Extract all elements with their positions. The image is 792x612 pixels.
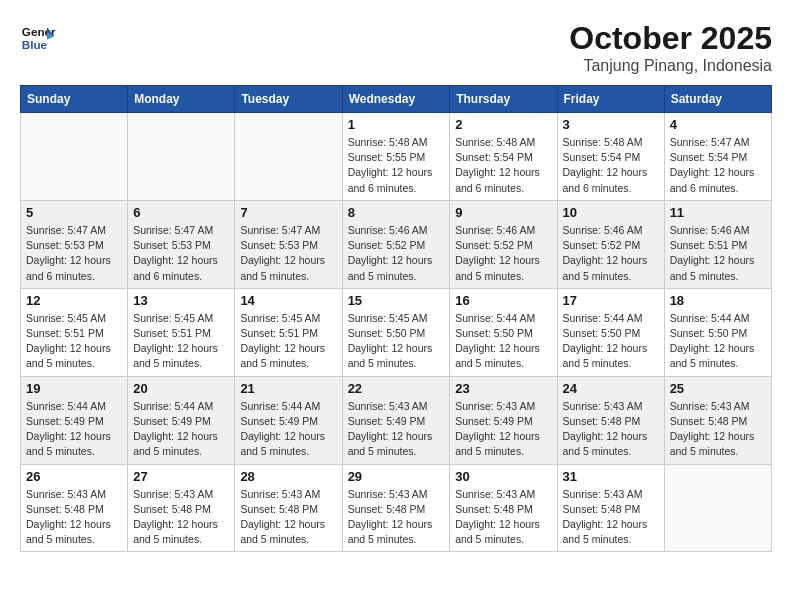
- calendar-cell: 20Sunrise: 5:44 AM Sunset: 5:49 PM Dayli…: [128, 376, 235, 464]
- day-info: Sunrise: 5:47 AM Sunset: 5:53 PM Dayligh…: [133, 223, 229, 284]
- calendar-cell: 27Sunrise: 5:43 AM Sunset: 5:48 PM Dayli…: [128, 464, 235, 552]
- day-info: Sunrise: 5:46 AM Sunset: 5:52 PM Dayligh…: [563, 223, 659, 284]
- day-info: Sunrise: 5:43 AM Sunset: 5:48 PM Dayligh…: [133, 487, 229, 548]
- calendar-cell: 10Sunrise: 5:46 AM Sunset: 5:52 PM Dayli…: [557, 200, 664, 288]
- week-row-3: 12Sunrise: 5:45 AM Sunset: 5:51 PM Dayli…: [21, 288, 772, 376]
- calendar-cell: 6Sunrise: 5:47 AM Sunset: 5:53 PM Daylig…: [128, 200, 235, 288]
- month-title: October 2025: [569, 20, 772, 57]
- day-info: Sunrise: 5:46 AM Sunset: 5:52 PM Dayligh…: [455, 223, 551, 284]
- week-row-4: 19Sunrise: 5:44 AM Sunset: 5:49 PM Dayli…: [21, 376, 772, 464]
- day-info: Sunrise: 5:43 AM Sunset: 5:48 PM Dayligh…: [455, 487, 551, 548]
- calendar-cell: [128, 113, 235, 201]
- title-block: October 2025 Tanjung Pinang, Indonesia: [569, 20, 772, 75]
- weekday-header-friday: Friday: [557, 86, 664, 113]
- calendar-cell: 12Sunrise: 5:45 AM Sunset: 5:51 PM Dayli…: [21, 288, 128, 376]
- day-number: 5: [26, 205, 122, 220]
- calendar-cell: 18Sunrise: 5:44 AM Sunset: 5:50 PM Dayli…: [664, 288, 771, 376]
- day-info: Sunrise: 5:44 AM Sunset: 5:49 PM Dayligh…: [26, 399, 122, 460]
- calendar-cell: 8Sunrise: 5:46 AM Sunset: 5:52 PM Daylig…: [342, 200, 450, 288]
- day-number: 25: [670, 381, 766, 396]
- weekday-header-row: SundayMondayTuesdayWednesdayThursdayFrid…: [21, 86, 772, 113]
- calendar-cell: 14Sunrise: 5:45 AM Sunset: 5:51 PM Dayli…: [235, 288, 342, 376]
- week-row-5: 26Sunrise: 5:43 AM Sunset: 5:48 PM Dayli…: [21, 464, 772, 552]
- day-info: Sunrise: 5:45 AM Sunset: 5:51 PM Dayligh…: [240, 311, 336, 372]
- day-number: 24: [563, 381, 659, 396]
- logo: General Blue: [20, 20, 56, 56]
- calendar-cell: 3Sunrise: 5:48 AM Sunset: 5:54 PM Daylig…: [557, 113, 664, 201]
- day-number: 19: [26, 381, 122, 396]
- calendar-cell: 13Sunrise: 5:45 AM Sunset: 5:51 PM Dayli…: [128, 288, 235, 376]
- day-number: 8: [348, 205, 445, 220]
- calendar-cell: 4Sunrise: 5:47 AM Sunset: 5:54 PM Daylig…: [664, 113, 771, 201]
- day-info: Sunrise: 5:43 AM Sunset: 5:49 PM Dayligh…: [455, 399, 551, 460]
- day-info: Sunrise: 5:47 AM Sunset: 5:54 PM Dayligh…: [670, 135, 766, 196]
- calendar-cell: 5Sunrise: 5:47 AM Sunset: 5:53 PM Daylig…: [21, 200, 128, 288]
- calendar-cell: 7Sunrise: 5:47 AM Sunset: 5:53 PM Daylig…: [235, 200, 342, 288]
- day-number: 16: [455, 293, 551, 308]
- day-number: 9: [455, 205, 551, 220]
- day-info: Sunrise: 5:48 AM Sunset: 5:54 PM Dayligh…: [563, 135, 659, 196]
- day-number: 23: [455, 381, 551, 396]
- day-info: Sunrise: 5:44 AM Sunset: 5:50 PM Dayligh…: [563, 311, 659, 372]
- calendar-cell: [664, 464, 771, 552]
- day-number: 28: [240, 469, 336, 484]
- weekday-header-thursday: Thursday: [450, 86, 557, 113]
- calendar-cell: [21, 113, 128, 201]
- day-info: Sunrise: 5:44 AM Sunset: 5:50 PM Dayligh…: [670, 311, 766, 372]
- calendar-cell: [235, 113, 342, 201]
- calendar-body: 1Sunrise: 5:48 AM Sunset: 5:55 PM Daylig…: [21, 113, 772, 552]
- weekday-header-sunday: Sunday: [21, 86, 128, 113]
- calendar-cell: 19Sunrise: 5:44 AM Sunset: 5:49 PM Dayli…: [21, 376, 128, 464]
- week-row-1: 1Sunrise: 5:48 AM Sunset: 5:55 PM Daylig…: [21, 113, 772, 201]
- day-number: 10: [563, 205, 659, 220]
- day-number: 7: [240, 205, 336, 220]
- week-row-2: 5Sunrise: 5:47 AM Sunset: 5:53 PM Daylig…: [21, 200, 772, 288]
- day-number: 4: [670, 117, 766, 132]
- day-info: Sunrise: 5:45 AM Sunset: 5:51 PM Dayligh…: [26, 311, 122, 372]
- day-number: 30: [455, 469, 551, 484]
- calendar-cell: 31Sunrise: 5:43 AM Sunset: 5:48 PM Dayli…: [557, 464, 664, 552]
- calendar-cell: 22Sunrise: 5:43 AM Sunset: 5:49 PM Dayli…: [342, 376, 450, 464]
- calendar-cell: 26Sunrise: 5:43 AM Sunset: 5:48 PM Dayli…: [21, 464, 128, 552]
- day-number: 27: [133, 469, 229, 484]
- svg-text:Blue: Blue: [22, 38, 48, 51]
- calendar-cell: 2Sunrise: 5:48 AM Sunset: 5:54 PM Daylig…: [450, 113, 557, 201]
- page-header: General Blue October 2025 Tanjung Pinang…: [20, 20, 772, 75]
- day-info: Sunrise: 5:44 AM Sunset: 5:49 PM Dayligh…: [240, 399, 336, 460]
- day-number: 12: [26, 293, 122, 308]
- day-info: Sunrise: 5:43 AM Sunset: 5:48 PM Dayligh…: [240, 487, 336, 548]
- calendar-cell: 24Sunrise: 5:43 AM Sunset: 5:48 PM Dayli…: [557, 376, 664, 464]
- day-number: 11: [670, 205, 766, 220]
- day-number: 31: [563, 469, 659, 484]
- calendar-cell: 23Sunrise: 5:43 AM Sunset: 5:49 PM Dayli…: [450, 376, 557, 464]
- calendar-cell: 11Sunrise: 5:46 AM Sunset: 5:51 PM Dayli…: [664, 200, 771, 288]
- day-number: 1: [348, 117, 445, 132]
- calendar-cell: 21Sunrise: 5:44 AM Sunset: 5:49 PM Dayli…: [235, 376, 342, 464]
- day-number: 3: [563, 117, 659, 132]
- calendar-cell: 9Sunrise: 5:46 AM Sunset: 5:52 PM Daylig…: [450, 200, 557, 288]
- location-title: Tanjung Pinang, Indonesia: [569, 57, 772, 75]
- day-number: 21: [240, 381, 336, 396]
- calendar-cell: 25Sunrise: 5:43 AM Sunset: 5:48 PM Dayli…: [664, 376, 771, 464]
- day-info: Sunrise: 5:44 AM Sunset: 5:49 PM Dayligh…: [133, 399, 229, 460]
- day-number: 14: [240, 293, 336, 308]
- day-info: Sunrise: 5:43 AM Sunset: 5:48 PM Dayligh…: [26, 487, 122, 548]
- day-info: Sunrise: 5:46 AM Sunset: 5:52 PM Dayligh…: [348, 223, 445, 284]
- day-info: Sunrise: 5:43 AM Sunset: 5:48 PM Dayligh…: [563, 399, 659, 460]
- day-number: 2: [455, 117, 551, 132]
- day-number: 22: [348, 381, 445, 396]
- day-number: 17: [563, 293, 659, 308]
- calendar-cell: 1Sunrise: 5:48 AM Sunset: 5:55 PM Daylig…: [342, 113, 450, 201]
- day-info: Sunrise: 5:48 AM Sunset: 5:54 PM Dayligh…: [455, 135, 551, 196]
- calendar-cell: 17Sunrise: 5:44 AM Sunset: 5:50 PM Dayli…: [557, 288, 664, 376]
- day-number: 26: [26, 469, 122, 484]
- calendar-cell: 29Sunrise: 5:43 AM Sunset: 5:48 PM Dayli…: [342, 464, 450, 552]
- day-info: Sunrise: 5:45 AM Sunset: 5:51 PM Dayligh…: [133, 311, 229, 372]
- logo-icon: General Blue: [20, 20, 56, 56]
- day-info: Sunrise: 5:47 AM Sunset: 5:53 PM Dayligh…: [240, 223, 336, 284]
- day-info: Sunrise: 5:43 AM Sunset: 5:48 PM Dayligh…: [563, 487, 659, 548]
- calendar-cell: 16Sunrise: 5:44 AM Sunset: 5:50 PM Dayli…: [450, 288, 557, 376]
- weekday-header-saturday: Saturday: [664, 86, 771, 113]
- weekday-header-monday: Monday: [128, 86, 235, 113]
- day-info: Sunrise: 5:43 AM Sunset: 5:49 PM Dayligh…: [348, 399, 445, 460]
